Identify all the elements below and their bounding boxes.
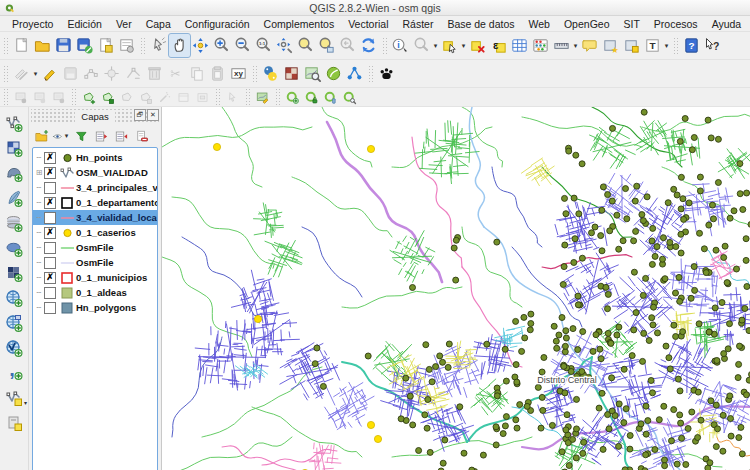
add-wfs-layer-button[interactable] — [2, 335, 26, 360]
identify-results-button-dropdown[interactable]: ▾ — [432, 42, 439, 50]
menu-base-de-datos[interactable]: Base de datos — [440, 18, 521, 30]
ogr-leaf-plugin-button[interactable] — [323, 62, 344, 85]
add-polygon-part-button[interactable] — [98, 89, 117, 105]
layer-checkbox[interactable] — [44, 182, 56, 194]
zoom-native-button[interactable]: 1:1 — [253, 34, 274, 57]
float-panel-button[interactable]: 🗗 — [134, 109, 146, 121]
checker-plugin-button[interactable] — [281, 62, 302, 85]
python-console-button[interactable] — [260, 62, 281, 85]
layout-1-button[interactable] — [174, 89, 193, 105]
close-panel-button[interactable]: ✕ — [147, 109, 159, 121]
layer-checkbox[interactable]: ✗ — [44, 272, 56, 284]
layout-2-button[interactable] — [193, 89, 212, 105]
touch-zoom-pan-button[interactable] — [148, 34, 169, 57]
menu-r-ster[interactable]: Ráster — [395, 18, 440, 30]
layer-checkbox[interactable] — [44, 287, 56, 299]
layer-checkbox[interactable]: ✗ — [44, 197, 56, 209]
layer-visibility-button[interactable]: ▾ — [52, 127, 70, 145]
new-layer-from-file-button[interactable] — [2, 410, 26, 435]
menu-opengeo[interactable]: OpenGeo — [557, 18, 617, 30]
cut-features-button[interactable]: ✂ — [165, 62, 186, 85]
layer-row-0-1-municipios[interactable]: ╌✗0_1_municipios — [33, 270, 157, 285]
layer-checkbox[interactable] — [44, 212, 56, 224]
layer-row-3-4-vialidad-local[interactable]: ╌3_4_vialidad_local — [33, 210, 157, 225]
add-postgis-layer-button[interactable] — [2, 160, 26, 185]
add-raster-layer-button[interactable] — [2, 135, 26, 160]
add-oracle-georaster-button[interactable] — [2, 260, 26, 285]
composer-manager-button[interactable] — [116, 34, 137, 57]
opengeo-secure-button[interactable] — [302, 89, 321, 105]
zoom-out-button[interactable] — [232, 34, 253, 57]
toggle-editing-button[interactable] — [39, 62, 60, 85]
pointer-tool-button[interactable] — [223, 89, 242, 105]
layer-checkbox[interactable]: ✗ — [44, 152, 56, 164]
layer-row-hn-points[interactable]: ╌✗Hn_points — [33, 150, 157, 165]
zoom-last-button[interactable] — [337, 34, 358, 57]
remove-layer-button[interactable] — [132, 127, 150, 145]
current-edits-button-dropdown[interactable]: ▾ — [32, 70, 39, 78]
move-feature-button[interactable] — [102, 62, 123, 85]
menu-web[interactable]: Web — [522, 18, 557, 30]
simplify-feature-button[interactable] — [155, 89, 174, 105]
filter-legend-button[interactable] — [72, 127, 90, 145]
show-bookmarks-button[interactable] — [621, 34, 642, 57]
select-features-button[interactable] — [439, 34, 460, 57]
zoom-to-selection-button[interactable] — [295, 34, 316, 57]
save-layer-edits-button[interactable] — [60, 62, 81, 85]
refresh-button[interactable] — [358, 34, 379, 57]
measure-button[interactable] — [551, 34, 572, 57]
opengeo-add-button[interactable] — [283, 89, 302, 105]
attribute-table-button[interactable] — [509, 34, 530, 57]
paw-plugin-button[interactable] — [376, 62, 397, 85]
zoom-to-layer-button[interactable] — [316, 34, 337, 57]
add-vector-layer-button[interactable] — [2, 110, 26, 135]
help-contents-button[interactable]: ? — [681, 34, 702, 57]
new-bookmark-button[interactable]: ★ — [600, 34, 621, 57]
osm-upload-button[interactable] — [30, 89, 49, 105]
osm-save-button[interactable] — [49, 89, 68, 105]
map-tips-button[interactable] — [579, 34, 600, 57]
layer-row-osmfile[interactable]: ╌OsmFile — [33, 240, 157, 255]
coordinate-capture-button[interactable]: xy — [228, 62, 249, 85]
pan-map-button[interactable] — [169, 34, 190, 57]
select-features-button-dropdown[interactable]: ▾ — [460, 42, 467, 50]
collapse-all-button[interactable] — [112, 127, 130, 145]
whats-this-button[interactable]: ? — [702, 34, 723, 57]
current-edits-button[interactable] — [11, 62, 32, 85]
identify-results-button[interactable] — [411, 34, 432, 57]
new-shapefile-layer-button[interactable]: ▾ — [2, 385, 26, 410]
menu-configuraci-n[interactable]: Configuración — [178, 18, 257, 30]
opengeo-info-button[interactable] — [321, 89, 340, 105]
menu-ayuda[interactable]: Ayuda — [705, 18, 749, 30]
copy-features-button[interactable] — [186, 62, 207, 85]
add-delimited-text-button[interactable]: , — [2, 360, 26, 385]
select-by-expression-button[interactable]: ε — [488, 34, 509, 57]
node-tool-button[interactable] — [123, 62, 144, 85]
tree-expander-icon[interactable]: ⊞ — [34, 168, 44, 177]
layer-row-0-1-aldeas[interactable]: ╌0_1_aldeas — [33, 285, 157, 300]
layer-row-osm-vialidad[interactable]: ⊞✗OSM_VIALIDAD — [33, 165, 157, 180]
save-project-as-button[interactable] — [74, 34, 95, 57]
delete-polygon-part-button[interactable] — [117, 89, 136, 105]
zoom-in-button[interactable] — [211, 34, 232, 57]
layer-checkbox[interactable] — [44, 242, 56, 254]
add-oracle-layer-button[interactable] — [2, 235, 26, 260]
open-project-button[interactable] — [32, 34, 53, 57]
expand-all-button[interactable] — [92, 127, 110, 145]
save-project-button[interactable] — [53, 34, 74, 57]
new-polygon-layer-button[interactable] — [79, 89, 98, 105]
identify-features-button[interactable]: i — [390, 34, 411, 57]
layers-panel-titlebar[interactable]: Capas 🗗 ✕ — [29, 107, 161, 125]
layer-row-0-1-caserios[interactable]: ╌✗0_1_caserios — [33, 225, 157, 240]
layer-checkbox[interactable] — [44, 257, 56, 269]
add-wcs-layer-button[interactable] — [2, 310, 26, 335]
paste-features-button[interactable] — [207, 62, 228, 85]
delete-selected-button[interactable] — [144, 62, 165, 85]
menu-procesos[interactable]: Procesos — [647, 18, 705, 30]
text-annotation-button[interactable]: T — [642, 34, 663, 57]
pan-to-selection-button[interactable] — [190, 34, 211, 57]
layer-row-hn-polygons[interactable]: ╌Hn_polygons — [33, 300, 157, 315]
network-plugin-button[interactable] — [344, 62, 365, 85]
menu-ver[interactable]: Ver — [109, 18, 139, 30]
layer-row-osmfile[interactable]: ╌OsmFile — [33, 255, 157, 270]
